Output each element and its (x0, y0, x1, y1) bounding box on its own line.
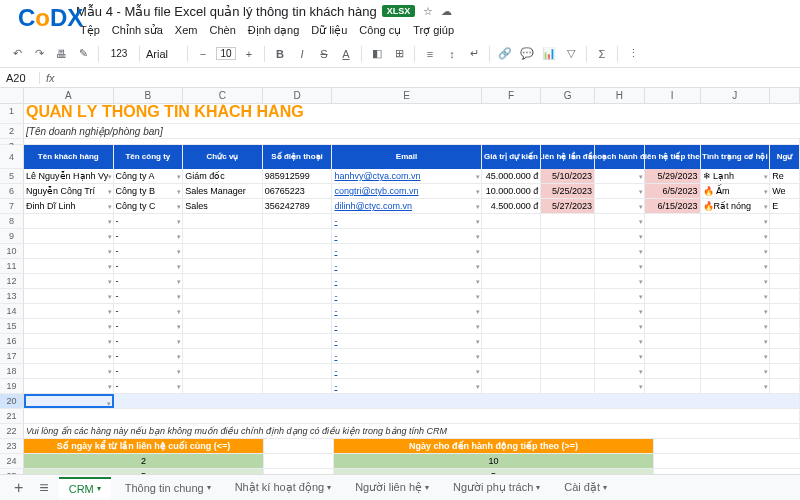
menu-help[interactable]: Trợ giúp (413, 24, 454, 38)
textcolor-icon[interactable]: A (337, 45, 355, 63)
more-icon[interactable]: ⋮ (624, 45, 642, 63)
file-badge: XLSX (382, 5, 416, 17)
col-h[interactable]: H (595, 88, 645, 103)
menu-edit[interactable]: Chỉnh sửa (112, 24, 163, 38)
star-icon[interactable]: ☆ (423, 5, 433, 18)
add-sheet-icon[interactable]: + (8, 479, 29, 497)
paint-icon[interactable]: ✎ (74, 45, 92, 63)
wrap-icon[interactable]: ↵ (465, 45, 483, 63)
titlebar: Mẫu 4 - Mẫu file Excel quản lý thông tin… (0, 0, 800, 22)
col-d[interactable]: D (263, 88, 333, 103)
table-row[interactable]: 13-- (0, 289, 800, 304)
hdr-contact1[interactable]: Liên hệ lần đầu (541, 145, 595, 169)
menu-data[interactable]: Dữ liệu (311, 24, 347, 38)
table-header-row: 4 Tên khách hàng Tên công ty Chức vụ Số … (0, 145, 800, 169)
bold-icon[interactable]: B (271, 45, 289, 63)
menubar: Tệp Chỉnh sửa Xem Chèn Định dạng Dữ liệu… (68, 22, 800, 40)
chart-icon[interactable]: 📊 (540, 45, 558, 63)
redo-icon[interactable]: ↷ (30, 45, 48, 63)
table-row[interactable]: 15-- (0, 319, 800, 334)
fx-icon: fx (40, 72, 61, 84)
toolbar: ↶ ↷ 🖶 ✎ − + B I S A ◧ ⊞ ≡ ↕ ↵ 🔗 💬 📊 ▽ Σ … (0, 40, 800, 68)
strike-icon[interactable]: S (315, 45, 333, 63)
hdr-phone[interactable]: Số điện thoại (263, 145, 333, 169)
sheet-title[interactable]: QUẢN LÝ THÔNG TIN KHÁCH HÀNG (24, 104, 800, 123)
table-row[interactable]: 14-- (0, 304, 800, 319)
tab-owner[interactable]: Người phụ trách▾ (443, 477, 550, 498)
col-g[interactable]: G (541, 88, 595, 103)
hdr-company[interactable]: Tên công ty (114, 145, 184, 169)
doc-title[interactable]: Mẫu 4 - Mẫu file Excel quản lý thông tin… (76, 4, 377, 19)
size-input[interactable] (216, 47, 236, 60)
column-headers: A B C D E F G H I J (0, 88, 800, 104)
table-row[interactable]: 17-- (0, 349, 800, 364)
table-row[interactable]: 5 Lê Nguyễn Hạnh Vy Công ty A Giám đốc 9… (0, 169, 800, 184)
table-row[interactable]: 10-- (0, 244, 800, 259)
undo-icon[interactable]: ↶ (8, 45, 26, 63)
table-row[interactable]: 8-- (0, 214, 800, 229)
cloud-icon[interactable]: ☁ (441, 5, 452, 18)
tab-log[interactable]: Nhật kí hoạt động▾ (225, 477, 342, 498)
fillcolor-icon[interactable]: ◧ (368, 45, 386, 63)
sheet-subtitle[interactable]: [Tên doanh nghiệp/phòng ban] (24, 124, 800, 138)
size-minus[interactable]: − (194, 45, 212, 63)
table-row[interactable]: 19-- (0, 379, 800, 394)
legend1-title[interactable]: Số ngày kể từ lần liên hệ cuối cùng (<=) (24, 439, 264, 453)
table-row[interactable]: 6 Nguyễn Công Trí Công ty B Sales Manage… (0, 184, 800, 199)
hdr-status[interactable]: Tình trạng cơ hội (701, 145, 771, 169)
table-row[interactable]: 9-- (0, 229, 800, 244)
col-k[interactable] (770, 88, 800, 103)
link-icon[interactable]: 🔗 (496, 45, 514, 63)
col-b[interactable]: B (114, 88, 184, 103)
zoom-input[interactable] (105, 48, 133, 59)
table-row[interactable]: 7 Đinh Dĩ Linh Công ty C Sales 356242789… (0, 199, 800, 214)
col-a[interactable]: A (24, 88, 114, 103)
tab-info[interactable]: Thông tin chung▾ (115, 478, 221, 498)
hdr-plan[interactable]: Kế hoạch hành động (595, 145, 645, 169)
valign-icon[interactable]: ↕ (443, 45, 461, 63)
menu-format[interactable]: Định dạng (248, 24, 300, 38)
col-c[interactable]: C (183, 88, 263, 103)
font-input[interactable] (146, 48, 181, 60)
filter-icon[interactable]: ▽ (562, 45, 580, 63)
menu-tools[interactable]: Công cụ (359, 24, 401, 38)
cell-reference[interactable]: A20 (0, 72, 40, 84)
legend2-title[interactable]: Ngày cho đến hành động tiếp theo (>=) (334, 439, 654, 453)
halign-icon[interactable]: ≡ (421, 45, 439, 63)
col-i[interactable]: I (645, 88, 701, 103)
table-row[interactable]: 11-- (0, 259, 800, 274)
borders-icon[interactable]: ⊞ (390, 45, 408, 63)
hdr-contact2[interactable]: Liên hệ tiếp theo (645, 145, 701, 169)
spreadsheet-grid[interactable]: A B C D E F G H I J 1QUẢN LÝ THÔNG TIN K… (0, 88, 800, 474)
menu-insert[interactable]: Chèn (209, 24, 235, 38)
italic-icon[interactable]: I (293, 45, 311, 63)
comment-icon[interactable]: 💬 (518, 45, 536, 63)
hdr-name[interactable]: Tên khách hàng (24, 145, 114, 169)
menu-view[interactable]: Xem (175, 24, 198, 38)
formula-bar: A20 fx (0, 68, 800, 88)
table-row[interactable]: 16-- (0, 334, 800, 349)
sigma-icon[interactable]: Σ (593, 45, 611, 63)
col-e[interactable]: E (332, 88, 481, 103)
col-f[interactable]: F (482, 88, 542, 103)
tab-contact[interactable]: Người liên hệ▾ (345, 477, 439, 498)
table-row[interactable]: 18-- (0, 364, 800, 379)
print-icon[interactable]: 🖶 (52, 45, 70, 63)
note-text[interactable]: Vui lòng ẩn các hàng này nếu bạn không m… (24, 424, 800, 438)
size-plus[interactable]: + (240, 45, 258, 63)
selected-cell[interactable] (24, 394, 114, 408)
sheet-tabs: + ≡ CRM▾ Thông tin chung▾ Nhật kí hoạt đ… (0, 474, 800, 500)
all-sheets-icon[interactable]: ≡ (33, 479, 54, 497)
hdr-role[interactable]: Chức vụ (183, 145, 263, 169)
codx-logo: CoDX (18, 4, 83, 32)
tab-settings[interactable]: Cài đặt▾ (554, 477, 617, 498)
tab-crm[interactable]: CRM▾ (59, 477, 111, 499)
hdr-ng[interactable]: Ngư (770, 145, 800, 169)
col-j[interactable]: J (701, 88, 771, 103)
hdr-email[interactable]: Email (332, 145, 481, 169)
table-row[interactable]: 12-- (0, 274, 800, 289)
hdr-value[interactable]: Giá trị dự kiến (482, 145, 542, 169)
